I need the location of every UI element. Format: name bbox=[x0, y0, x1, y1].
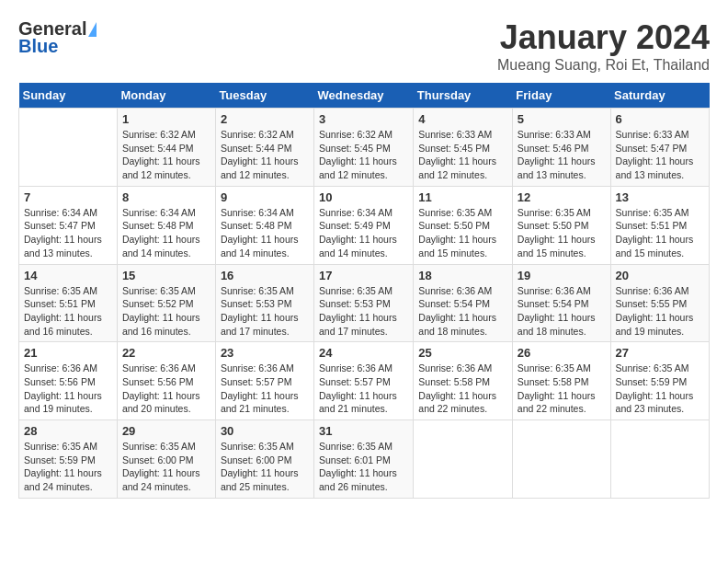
day-number: 10 bbox=[319, 190, 408, 204]
calendar-cell: 8Sunrise: 6:34 AM Sunset: 5:48 PM Daylig… bbox=[117, 186, 215, 264]
week-row-3: 14Sunrise: 6:35 AM Sunset: 5:51 PM Dayli… bbox=[19, 264, 710, 342]
calendar-cell: 27Sunrise: 6:35 AM Sunset: 5:59 PM Dayli… bbox=[610, 342, 709, 420]
day-number: 30 bbox=[221, 424, 309, 438]
header-thursday: Thursday bbox=[414, 83, 513, 109]
calendar-cell: 12Sunrise: 6:35 AM Sunset: 5:50 PM Dayli… bbox=[512, 186, 610, 264]
day-info: Sunrise: 6:35 AM Sunset: 5:51 PM Dayligh… bbox=[616, 207, 694, 259]
day-info: Sunrise: 6:35 AM Sunset: 5:59 PM Dayligh… bbox=[616, 362, 694, 414]
calendar-cell: 28Sunrise: 6:35 AM Sunset: 5:59 PM Dayli… bbox=[19, 420, 118, 499]
day-info: Sunrise: 6:36 AM Sunset: 5:56 PM Dayligh… bbox=[24, 362, 102, 414]
logo-icon bbox=[88, 22, 97, 37]
calendar-cell: 18Sunrise: 6:36 AM Sunset: 5:54 PM Dayli… bbox=[414, 264, 513, 342]
calendar-cell: 14Sunrise: 6:35 AM Sunset: 5:51 PM Dayli… bbox=[19, 264, 118, 342]
calendar-cell: 25Sunrise: 6:36 AM Sunset: 5:58 PM Dayli… bbox=[414, 342, 513, 420]
day-info: Sunrise: 6:32 AM Sunset: 5:44 PM Dayligh… bbox=[122, 129, 200, 180]
day-info: Sunrise: 6:35 AM Sunset: 5:50 PM Dayligh… bbox=[518, 207, 596, 259]
calendar-cell bbox=[512, 420, 610, 499]
header-row: SundayMondayTuesdayWednesdayThursdayFrid… bbox=[19, 83, 710, 109]
day-info: Sunrise: 6:33 AM Sunset: 5:46 PM Dayligh… bbox=[518, 129, 596, 180]
week-row-2: 7Sunrise: 6:34 AM Sunset: 5:47 PM Daylig… bbox=[19, 186, 710, 264]
day-info: Sunrise: 6:32 AM Sunset: 5:45 PM Dayligh… bbox=[319, 129, 397, 180]
calendar-cell: 26Sunrise: 6:35 AM Sunset: 5:58 PM Dayli… bbox=[512, 342, 610, 420]
calendar-cell: 3Sunrise: 6:32 AM Sunset: 5:45 PM Daylig… bbox=[314, 109, 414, 187]
calendar-cell: 5Sunrise: 6:33 AM Sunset: 5:46 PM Daylig… bbox=[512, 109, 610, 187]
day-number: 23 bbox=[221, 346, 309, 360]
day-info: Sunrise: 6:35 AM Sunset: 5:53 PM Dayligh… bbox=[319, 285, 397, 337]
day-number: 9 bbox=[221, 190, 309, 204]
day-info: Sunrise: 6:36 AM Sunset: 5:54 PM Dayligh… bbox=[518, 285, 596, 337]
header-sunday: Sunday bbox=[19, 83, 118, 109]
week-row-4: 21Sunrise: 6:36 AM Sunset: 5:56 PM Dayli… bbox=[19, 342, 710, 420]
calendar-cell: 7Sunrise: 6:34 AM Sunset: 5:47 PM Daylig… bbox=[19, 186, 118, 264]
day-number: 26 bbox=[518, 346, 606, 360]
day-info: Sunrise: 6:35 AM Sunset: 6:00 PM Dayligh… bbox=[122, 441, 200, 492]
day-number: 12 bbox=[518, 190, 606, 204]
location-subtitle: Mueang Suang, Roi Et, Thailand bbox=[497, 57, 710, 74]
day-info: Sunrise: 6:36 AM Sunset: 5:54 PM Dayligh… bbox=[418, 285, 496, 337]
day-info: Sunrise: 6:36 AM Sunset: 5:57 PM Dayligh… bbox=[319, 362, 397, 414]
day-info: Sunrise: 6:32 AM Sunset: 5:44 PM Dayligh… bbox=[221, 129, 299, 180]
page-header: General Blue January 2024 Mueang Suang, … bbox=[18, 18, 710, 74]
calendar-cell: 9Sunrise: 6:34 AM Sunset: 5:48 PM Daylig… bbox=[215, 186, 313, 264]
day-number: 13 bbox=[616, 190, 704, 204]
day-info: Sunrise: 6:35 AM Sunset: 5:58 PM Dayligh… bbox=[518, 362, 596, 414]
calendar-cell: 20Sunrise: 6:36 AM Sunset: 5:55 PM Dayli… bbox=[610, 264, 709, 342]
day-number: 31 bbox=[319, 424, 408, 438]
day-info: Sunrise: 6:36 AM Sunset: 5:58 PM Dayligh… bbox=[418, 362, 496, 414]
month-title: January 2024 bbox=[497, 18, 710, 57]
week-row-1: 1Sunrise: 6:32 AM Sunset: 5:44 PM Daylig… bbox=[19, 109, 710, 187]
calendar-cell: 6Sunrise: 6:33 AM Sunset: 5:47 PM Daylig… bbox=[610, 109, 709, 187]
day-number: 28 bbox=[24, 424, 112, 438]
calendar-table: SundayMondayTuesdayWednesdayThursdayFrid… bbox=[18, 83, 710, 499]
calendar-cell: 1Sunrise: 6:32 AM Sunset: 5:44 PM Daylig… bbox=[117, 109, 215, 187]
day-number: 11 bbox=[418, 190, 507, 204]
day-info: Sunrise: 6:33 AM Sunset: 5:47 PM Dayligh… bbox=[616, 129, 694, 180]
header-monday: Monday bbox=[117, 83, 215, 109]
calendar-cell: 19Sunrise: 6:36 AM Sunset: 5:54 PM Dayli… bbox=[512, 264, 610, 342]
day-number: 7 bbox=[24, 190, 112, 204]
week-row-5: 28Sunrise: 6:35 AM Sunset: 5:59 PM Dayli… bbox=[19, 420, 710, 499]
calendar-cell: 2Sunrise: 6:32 AM Sunset: 5:44 PM Daylig… bbox=[215, 109, 313, 187]
day-info: Sunrise: 6:34 AM Sunset: 5:49 PM Dayligh… bbox=[319, 207, 397, 259]
day-info: Sunrise: 6:36 AM Sunset: 5:57 PM Dayligh… bbox=[221, 362, 299, 414]
day-number: 21 bbox=[24, 346, 112, 360]
calendar-cell: 11Sunrise: 6:35 AM Sunset: 5:50 PM Dayli… bbox=[414, 186, 513, 264]
calendar-cell: 31Sunrise: 6:35 AM Sunset: 6:01 PM Dayli… bbox=[314, 420, 414, 499]
logo: General Blue bbox=[18, 18, 97, 57]
calendar-cell: 15Sunrise: 6:35 AM Sunset: 5:52 PM Dayli… bbox=[117, 264, 215, 342]
day-number: 14 bbox=[24, 269, 112, 282]
header-saturday: Saturday bbox=[610, 83, 709, 109]
day-number: 29 bbox=[122, 424, 210, 438]
day-info: Sunrise: 6:35 AM Sunset: 5:50 PM Dayligh… bbox=[418, 207, 496, 259]
calendar-cell: 16Sunrise: 6:35 AM Sunset: 5:53 PM Dayli… bbox=[215, 264, 313, 342]
calendar-cell: 21Sunrise: 6:36 AM Sunset: 5:56 PM Dayli… bbox=[19, 342, 118, 420]
calendar-header: SundayMondayTuesdayWednesdayThursdayFrid… bbox=[19, 83, 710, 109]
calendar-body: 1Sunrise: 6:32 AM Sunset: 5:44 PM Daylig… bbox=[19, 109, 710, 499]
day-info: Sunrise: 6:35 AM Sunset: 5:59 PM Dayligh… bbox=[24, 441, 102, 492]
day-number: 2 bbox=[221, 112, 309, 126]
day-number: 24 bbox=[319, 346, 408, 360]
calendar-cell: 29Sunrise: 6:35 AM Sunset: 6:00 PM Dayli… bbox=[117, 420, 215, 499]
day-info: Sunrise: 6:36 AM Sunset: 5:55 PM Dayligh… bbox=[616, 285, 694, 337]
calendar-cell: 10Sunrise: 6:34 AM Sunset: 5:49 PM Dayli… bbox=[314, 186, 414, 264]
calendar-cell: 4Sunrise: 6:33 AM Sunset: 5:45 PM Daylig… bbox=[414, 109, 513, 187]
day-info: Sunrise: 6:35 AM Sunset: 5:53 PM Dayligh… bbox=[221, 285, 299, 337]
day-number: 3 bbox=[319, 112, 408, 126]
calendar-cell bbox=[19, 109, 118, 187]
day-info: Sunrise: 6:35 AM Sunset: 5:51 PM Dayligh… bbox=[24, 285, 102, 337]
day-number: 16 bbox=[221, 269, 309, 282]
day-number: 27 bbox=[616, 346, 704, 360]
header-friday: Friday bbox=[512, 83, 610, 109]
day-info: Sunrise: 6:34 AM Sunset: 5:47 PM Dayligh… bbox=[24, 207, 102, 259]
calendar-cell bbox=[610, 420, 709, 499]
day-number: 20 bbox=[616, 269, 704, 282]
calendar-cell bbox=[414, 420, 513, 499]
day-number: 8 bbox=[122, 190, 210, 204]
calendar-cell: 22Sunrise: 6:36 AM Sunset: 5:56 PM Dayli… bbox=[117, 342, 215, 420]
title-area: January 2024 Mueang Suang, Roi Et, Thail… bbox=[497, 18, 710, 74]
day-number: 17 bbox=[319, 269, 408, 282]
day-number: 4 bbox=[418, 112, 507, 126]
calendar-cell: 13Sunrise: 6:35 AM Sunset: 5:51 PM Dayli… bbox=[610, 186, 709, 264]
day-number: 5 bbox=[518, 112, 606, 126]
day-info: Sunrise: 6:34 AM Sunset: 5:48 PM Dayligh… bbox=[221, 207, 299, 259]
